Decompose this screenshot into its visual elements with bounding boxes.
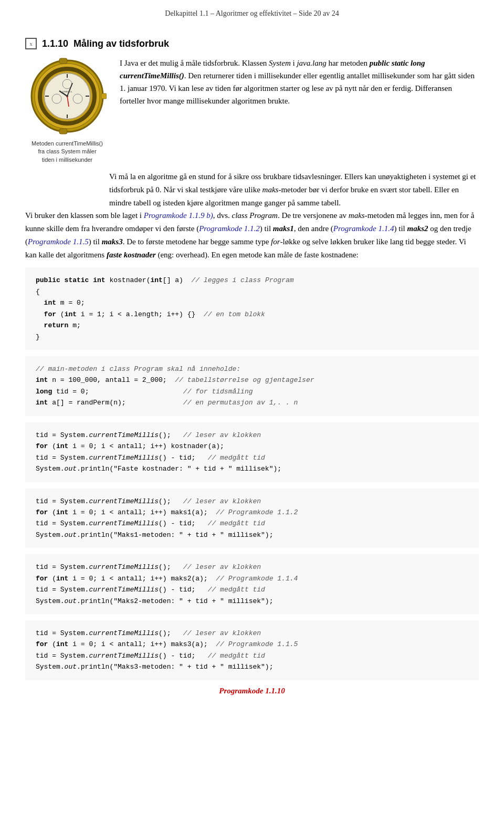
page-body: x 1.1.10 Måling av tidsforbruk <box>0 23 504 711</box>
side-by-side-section: Vi må la en algoritme gå en stund for å … <box>25 170 479 209</box>
code-block-comment: // main-metoden i class Program skal nå … <box>25 356 479 416</box>
left-caption <box>25 170 109 209</box>
svg-rect-16 <box>101 94 107 99</box>
section-header: x 1.1.10 Måling av tidsforbruk <box>25 38 479 49</box>
section-title: 1.1.10 Måling av tidsforbruk <box>42 38 169 49</box>
right-text: Vi må la en algoritme gå en stund for å … <box>109 170 479 209</box>
watch-svg: OMEGA <box>28 57 107 136</box>
programkode-label: Programkode 1.1.10 <box>25 687 479 695</box>
code-block-maks3: tid = System.currentTimeMillis(); // les… <box>25 620 479 680</box>
intro-text: I Java er det mulig å måle tidsforbruk. … <box>120 57 479 164</box>
page-header: Delkapittel 1.1 – Algoritmer og effektiv… <box>0 0 504 23</box>
code-block-maks1: tid = System.currentTimeMillis(); // les… <box>25 489 479 548</box>
svg-rect-17 <box>59 58 67 64</box>
svg-rect-18 <box>59 129 67 134</box>
watch-caption: Metoden currentTimeMillis() fra class Sy… <box>25 140 109 164</box>
svg-text:OMEGA: OMEGA <box>62 90 72 93</box>
code-block-maks2: tid = System.currentTimeMillis(); // les… <box>25 554 479 614</box>
header-text: Delkapittel 1.1 – Algoritmer og effektiv… <box>165 9 339 17</box>
intro-content: OMEGA Metoden currentTimeMillis() fra cl… <box>25 57 479 164</box>
watch-image-area: OMEGA Metoden currentTimeMillis() fra cl… <box>25 57 109 164</box>
code-block-kostnad: tid = System.currentTimeMillis(); // les… <box>25 422 479 482</box>
section-icon: x <box>25 38 37 49</box>
body-text: Vi bruker den klassen som ble laget i Pr… <box>25 209 479 261</box>
code-block-1: public static int kostnader(int[] a) // … <box>25 267 479 350</box>
